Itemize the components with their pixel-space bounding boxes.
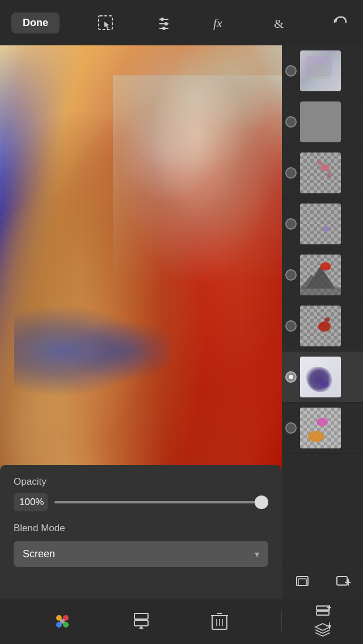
adjustments-tool-button[interactable]	[151, 10, 176, 35]
selection-tool-button[interactable]	[93, 10, 118, 35]
layer-radio-5[interactable]	[285, 269, 297, 281]
svg-point-22	[60, 619, 65, 624]
svg-rect-12	[300, 287, 341, 295]
layer-thumb-4	[300, 204, 341, 244]
opacity-slider-thumb[interactable]	[255, 495, 268, 509]
ink-blob-decoration	[306, 367, 332, 392]
layer-radio-6[interactable]	[285, 320, 297, 332]
layer-radio-7[interactable]	[285, 371, 297, 383]
layers-merge-button[interactable]	[290, 570, 315, 595]
layers-panel-button-bottom[interactable]	[310, 621, 335, 639]
layers-panel-button-top[interactable]	[310, 603, 335, 621]
layer-item-5[interactable]	[282, 249, 363, 300]
effects-tool-button[interactable]: fx	[210, 10, 235, 35]
blend-mode-value: Screen	[23, 548, 55, 560]
opacity-slider[interactable]	[54, 501, 268, 503]
svg-point-2	[161, 18, 164, 21]
opacity-slider-fill	[54, 501, 268, 503]
svg-rect-14	[298, 579, 306, 586]
layer-radio-4[interactable]	[285, 218, 297, 230]
layer-item-2[interactable]	[282, 96, 363, 147]
layer-item-4[interactable]	[282, 198, 363, 249]
svg-point-6	[162, 27, 166, 30]
delete-layer-button[interactable]	[210, 611, 229, 632]
layer-item-8[interactable]	[282, 402, 363, 454]
merge-down-button[interactable]	[131, 611, 151, 632]
splatter-overlay	[56, 45, 282, 315]
layer-thumb-7	[300, 357, 341, 397]
svg-rect-15	[337, 577, 347, 585]
paint-style-button[interactable]	[52, 611, 73, 632]
paint-pink	[316, 418, 328, 426]
svg-text:&: &	[274, 16, 284, 31]
layer-item-7[interactable]	[282, 351, 363, 402]
svg-rect-23	[134, 613, 148, 619]
layer-panel-bottom	[282, 565, 363, 599]
chevron-down-icon: ▾	[255, 549, 259, 560]
bottom-toolbar	[0, 599, 363, 644]
opacity-label: Opacity	[14, 476, 268, 488]
layer-thumb-6	[300, 306, 341, 346]
layer-thumb-8	[300, 408, 341, 448]
layer-item-1[interactable]	[282, 45, 363, 96]
svg-rect-33	[316, 611, 329, 615]
paint-orange	[308, 431, 324, 442]
opacity-value: 100%	[14, 493, 48, 511]
layer-thumb-3	[300, 152, 341, 193]
svg-point-4	[164, 22, 168, 26]
svg-text:fx: fx	[213, 16, 222, 30]
blend-tool-button[interactable]: &	[268, 10, 293, 35]
opacity-row: 100%	[14, 493, 268, 511]
svg-marker-36	[315, 624, 330, 630]
layer-thumb-5	[300, 255, 341, 295]
layer-item-3[interactable]	[282, 147, 363, 198]
layer-radio-2[interactable]	[285, 116, 297, 128]
bottom-toolbar-left	[0, 611, 282, 632]
layer-thumb-1	[300, 50, 341, 91]
layer-item-6[interactable]	[282, 300, 363, 351]
layer-thumb-2	[300, 101, 341, 142]
blend-mode-dropdown[interactable]: Screen ▾	[14, 541, 268, 567]
layer-radio-1[interactable]	[285, 65, 297, 77]
blend-mode-label: Blend Mode	[14, 523, 268, 534]
layer-radio-3[interactable]	[285, 167, 297, 179]
done-button[interactable]: Done	[11, 12, 60, 33]
layers-panel	[282, 45, 363, 644]
svg-rect-24	[134, 620, 148, 626]
top-toolbar: Done fx &	[0, 0, 363, 45]
add-layer-button[interactable]	[330, 570, 355, 595]
layer-radio-8[interactable]	[285, 422, 297, 434]
bottom-toolbar-right	[282, 599, 363, 644]
undo-button[interactable]	[327, 10, 352, 35]
